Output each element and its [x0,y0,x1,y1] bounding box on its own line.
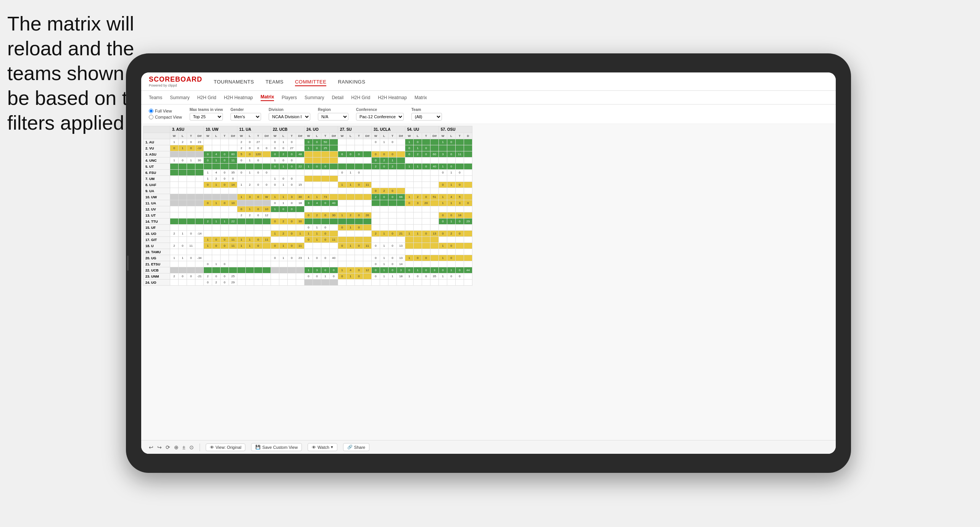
watch-icon: 👁 [312,445,316,450]
sub-nav-players[interactable]: Players [282,95,297,100]
cell-10-0-dif [195,200,204,206]
cell-22-3-w [271,273,279,280]
cell-3-6-l: 2 [380,157,388,164]
sub-nav-h2h-heatmap2[interactable]: H2H Heatmap [378,95,407,100]
nav-tournaments[interactable]: TOURNAMENTS [214,79,254,85]
cell-16-3-dif [296,237,305,243]
cell-14-1-t [221,225,229,231]
max-teams-select[interactable]: Top 25 [190,113,223,121]
refresh-icon[interactable]: ⟳ [166,444,170,450]
cell-11-5-l [347,206,355,212]
cell-23-0-dif [195,280,204,286]
cell-8-5-w [338,188,347,194]
cell-2-8-w: 3 [439,151,447,157]
share-button[interactable]: 🔗 Share [343,443,369,451]
cell-8-4-l [313,188,321,194]
cell-12-7-l [414,212,422,219]
cell-15-3-dif: 1 [296,231,305,237]
full-view-radio[interactable]: Full View [149,109,182,113]
sub-nav-h2h-heatmap[interactable]: H2H Heatmap [224,95,253,100]
cell-22-2-dif [263,273,271,280]
cell-21-1-w [204,267,212,273]
sub-nav-h2h-grid[interactable]: H2H Grid [197,95,216,100]
cell-23-6-t [388,280,397,286]
settings-icon[interactable]: ⊙ [189,444,194,450]
cell-12-2-l: 2 [246,212,254,219]
matrix-wrapper: 3. ASU 10. UW 11. UA 22. UCB 24. UO 27. … [141,124,836,288]
undo-icon[interactable]: ↩ [149,444,153,450]
cell-15-5-w [338,231,347,237]
cell-19-2-w [237,255,246,261]
cell-18-5-dif [363,249,372,255]
adjust-icon[interactable]: ± [182,444,185,450]
max-teams-filter: Max teams in view Top 25 [190,108,223,121]
compact-view-radio[interactable]: Compact View [149,115,182,119]
nav-teams[interactable]: TEAMS [266,79,284,85]
sub-nav-matrix[interactable]: Matrix [261,94,274,101]
eye-icon: 👁 [210,445,214,450]
cell-20-6-dif: 14 [397,261,405,267]
cell-0-5-w [338,139,347,145]
cell-12-7-w [405,212,414,219]
cell-13-8-t: 0 [456,219,464,225]
cell-16-4-l: 1 [313,237,321,243]
cell-17-7-w [405,243,414,249]
team-select[interactable]: (All) [411,113,442,121]
cell-21-7-t: 0 [422,267,430,273]
cell-9-3-w: 1 [271,194,279,200]
sub-nav-summary[interactable]: Summary [170,95,189,100]
cell-22-7-l: 0 [414,273,422,280]
sub-nav-teams[interactable]: Teams [149,95,162,100]
table-row: 17. GIT100111101101011 [143,237,472,243]
cell-22-7-w: 1 [405,273,414,280]
cell-14-5-w: 0 [338,225,347,231]
cell-14-4-t: 0 [321,225,330,231]
cell-8-6-w: 0 [372,188,380,194]
cell-10-7-w: 0 [405,200,414,206]
row-label: 22. UCB [143,267,170,273]
cell-3-8-dif [464,157,472,164]
cell-4-5-l [347,164,355,170]
sub-nav-detail[interactable]: Detail [332,95,343,100]
redo-icon[interactable]: ↪ [157,444,162,450]
cell-14-3-l [279,225,288,231]
save-custom-button[interactable]: 💾 Save Custom View [251,443,302,451]
conference-select[interactable]: Pac-12 Conference [356,113,404,121]
nav-rankings[interactable]: RANKINGS [338,79,365,85]
full-view-input[interactable] [149,109,153,113]
nav-committee[interactable]: COMMITTEE [295,79,327,86]
matrix-content[interactable]: 3. ASU 10. UW 11. UA 22. UCB 24. UO 27. … [141,124,836,440]
view-original-button[interactable]: 👁 View: Original [206,443,246,451]
sub-nav-h2h-grid2[interactable]: H2H Grid [351,95,370,100]
cell-16-8-w [439,237,447,243]
cell-9-2-dif: W [263,194,271,200]
cell-8-5-t [355,188,363,194]
cell-21-7-l: 1 [414,267,422,273]
compact-view-input[interactable] [149,115,153,119]
cell-5-7-l [414,170,422,176]
cell-23-5-t [355,280,363,286]
cell-8-1-dif [229,188,237,194]
cell-21-3-t [288,267,296,273]
cell-20-8-t [456,261,464,267]
division-select[interactable]: NCAA Division I [269,113,310,121]
cell-12-6-dif [397,212,405,219]
cell-0-1-l [212,139,221,145]
sub-nav-matrix2[interactable]: Matrix [414,95,427,100]
cell-12-0-dif [195,212,204,219]
zoom-in-icon[interactable]: ⊕ [174,444,179,450]
cell-0-6-dif [397,139,405,145]
cell-15-3-l: 2 [279,231,288,237]
bottom-toolbar: ↩ ↪ ⟳ ⊕ ± ⊙ 👁 View: Original 💾 Save Cust… [141,440,836,454]
region-select[interactable]: N/A [318,113,348,121]
cell-6-5-w [338,176,347,182]
cell-12-5-w: 1 [338,212,347,219]
row-label: 1. AU [143,139,170,145]
cell-20-2-t [254,261,263,267]
watch-button[interactable]: 👁 Watch ▾ [308,443,337,451]
cell-20-1-w: 0 [204,261,212,267]
gender-select[interactable]: Men's [230,113,261,121]
cell-9-8-dif [464,194,472,200]
sub-nav-summary2[interactable]: Summary [305,95,324,100]
cell-21-1-dif [229,267,237,273]
